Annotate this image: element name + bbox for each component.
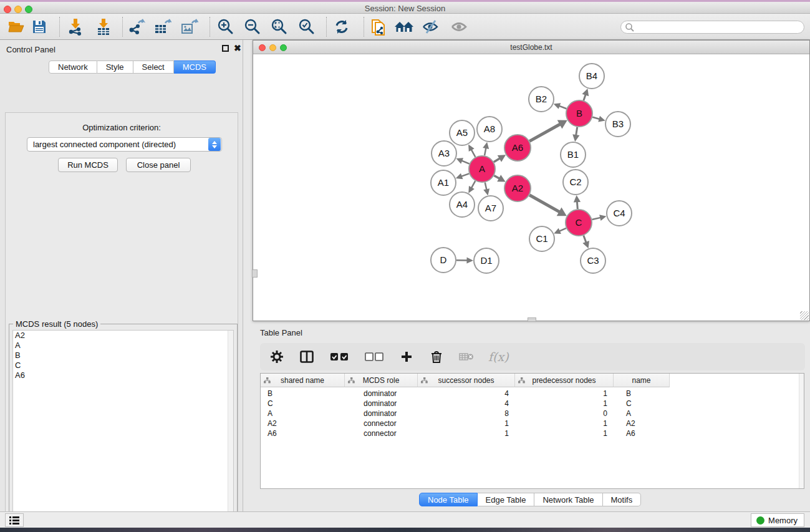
visual-properties-icon[interactable] (420, 16, 441, 37)
table-cell[interactable]: connector (345, 428, 418, 438)
resize-grip[interactable] (800, 311, 809, 320)
criterion-select[interactable]: largest connected component (directed) (27, 137, 222, 152)
table-cell[interactable]: dominator (345, 409, 418, 418)
zoom-fit-icon[interactable] (269, 16, 290, 37)
table-row[interactable]: A6connector11A6 (261, 428, 670, 438)
zoom-selected-icon[interactable] (296, 16, 317, 37)
network-document-icon[interactable] (368, 16, 389, 37)
tab-mcds[interactable]: MCDS (174, 60, 216, 74)
table-cell[interactable]: 1 (515, 428, 614, 438)
graph-edge-A-A8[interactable] (485, 147, 486, 155)
graph-edge-A-A4[interactable] (471, 181, 475, 188)
table-cell[interactable]: 1 (418, 428, 515, 438)
refresh-icon[interactable] (331, 16, 352, 37)
table-row[interactable]: A2connector11A2 (261, 418, 670, 428)
graph-edge-C-C4[interactable] (592, 218, 601, 220)
import-network-icon[interactable] (65, 16, 86, 37)
delete-table-icon[interactable] (458, 349, 475, 365)
list-scrollbar[interactable] (228, 331, 233, 532)
add-column-icon[interactable] (398, 349, 415, 365)
table-cell[interactable]: A (614, 409, 670, 418)
import-table-icon[interactable] (93, 16, 114, 37)
table-cell[interactable]: dominator (345, 399, 418, 409)
tab-node-table[interactable]: Node Table (419, 493, 478, 506)
table-cell[interactable]: B (614, 389, 670, 399)
close-panel-icon[interactable]: ✖ (234, 45, 241, 52)
export-table-icon[interactable] (152, 16, 173, 37)
table-cell[interactable]: 1 (515, 399, 614, 409)
table-cell[interactable]: 8 (418, 409, 515, 418)
float-panel-icon[interactable] (222, 45, 229, 52)
task-history-button[interactable] (5, 513, 24, 527)
mcds-result-item[interactable]: C (13, 360, 233, 370)
zoom-in-icon[interactable] (215, 16, 236, 37)
mcds-result-item[interactable]: A2 (13, 331, 233, 341)
graph-edge-B-B2[interactable] (559, 105, 567, 109)
table-cell[interactable]: dominator (345, 389, 418, 399)
column-header-shared-name[interactable]: shared name (261, 374, 345, 387)
table-cell[interactable]: A2 (261, 418, 345, 428)
table-cell[interactable]: A6 (261, 428, 345, 438)
delete-icon[interactable] (428, 349, 445, 365)
graph-edge-A-A3[interactable] (461, 160, 469, 163)
tab-motifs[interactable]: Motifs (603, 493, 642, 506)
graph-edge-A6-B[interactable] (529, 124, 561, 142)
graph-edge-A-A5[interactable] (471, 149, 475, 157)
horizontal-scroll-thumb[interactable] (528, 317, 536, 322)
column-header-name[interactable]: name (614, 374, 670, 387)
table-row[interactable]: Adominator80A (261, 409, 670, 418)
edge-arrowhead (572, 134, 579, 142)
select-all-icon[interactable] (329, 349, 350, 365)
table-cell[interactable]: 4 (418, 389, 515, 399)
edge-arrowhead (582, 89, 589, 96)
table-cell[interactable]: 4 (418, 399, 515, 409)
zoom-out-icon[interactable] (242, 16, 263, 37)
table-cell[interactable]: C (614, 399, 670, 409)
tab-edge-table[interactable]: Edge Table (478, 493, 535, 506)
export-network-icon[interactable] (126, 16, 147, 37)
mcds-result-item[interactable]: B (13, 351, 233, 360)
home-icon[interactable] (393, 16, 415, 37)
mcds-result-item[interactable]: A6 (13, 370, 233, 380)
graph-edge-A-A1[interactable] (461, 173, 469, 177)
tab-style[interactable]: Style (97, 60, 133, 74)
table-cell[interactable]: B (261, 389, 345, 399)
table-cell[interactable]: C (261, 399, 345, 409)
close-panel-button[interactable]: Close panel (126, 158, 191, 172)
tab-select[interactable]: Select (133, 60, 174, 74)
memory-button[interactable]: Memory (751, 513, 804, 527)
column-header-predecessor-nodes[interactable]: predecessor nodes (515, 374, 614, 387)
network-canvas[interactable]: B4B2BB3A5A8A6A3B1AA1C2A2A4A7C4CC1C3DD1 (253, 54, 809, 321)
column-header-successor-nodes[interactable]: successor nodes (418, 374, 515, 387)
table-row[interactable]: Cdominator41C (261, 399, 670, 409)
graph-edge-A2-C[interactable] (529, 195, 560, 213)
save-session-icon[interactable] (29, 16, 50, 37)
gear-icon[interactable] (269, 349, 285, 365)
graph-edge-B-B1[interactable] (576, 127, 577, 136)
tab-network[interactable]: Network (49, 60, 97, 74)
search-input[interactable] (620, 21, 804, 34)
table-scrollbar[interactable] (799, 374, 804, 488)
function-builder-icon[interactable]: f(x) (488, 350, 509, 364)
deselect-all-icon[interactable] (364, 349, 385, 365)
split-view-icon[interactable] (299, 349, 315, 365)
table-cell[interactable]: 1 (418, 418, 515, 428)
open-file-icon[interactable] (6, 16, 27, 37)
table-cell[interactable]: 1 (515, 418, 614, 428)
table-cell[interactable]: 0 (515, 409, 614, 418)
column-header-MCDS-role[interactable]: MCDS role (345, 374, 418, 387)
mcds-result-item[interactable]: A (13, 341, 233, 351)
control-panel: Control Panel ✖ NetworkStyleSelectMCDS O… (0, 40, 243, 511)
show-hide-icon[interactable] (448, 16, 470, 37)
table-cell[interactable]: A (261, 409, 345, 418)
table-cell[interactable]: 1 (515, 389, 614, 399)
run-mcds-button[interactable]: Run MCDS (58, 158, 118, 172)
table-cell[interactable]: connector (345, 418, 418, 428)
mcds-result-list: A2ABCA6 (12, 330, 234, 532)
table-cell[interactable]: A2 (614, 418, 670, 428)
tab-network-table[interactable]: Network Table (534, 493, 602, 506)
table-cell[interactable]: A6 (614, 428, 670, 438)
table-row[interactable]: Bdominator41B (261, 389, 670, 399)
export-image-icon[interactable] (179, 16, 200, 37)
vertical-scroll-thumb[interactable] (252, 269, 258, 278)
